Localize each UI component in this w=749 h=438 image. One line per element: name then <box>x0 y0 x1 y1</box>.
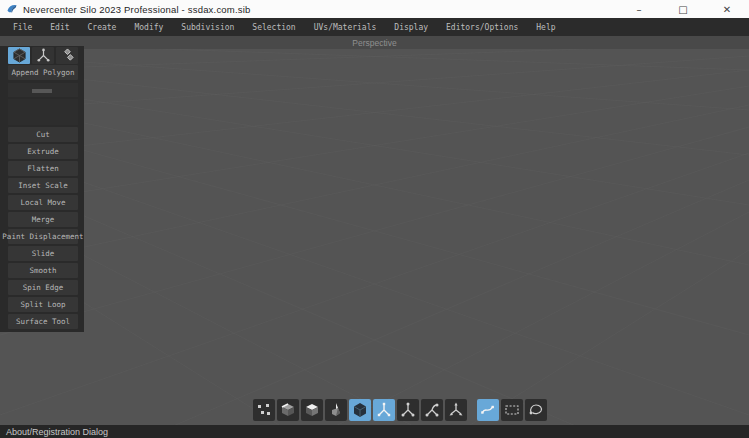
append-polygon-button[interactable]: Append Polygon <box>8 65 78 80</box>
slide-label: Slide <box>32 249 55 258</box>
bottom-toolbar <box>253 399 547 421</box>
vertex-mode-button[interactable] <box>253 399 275 421</box>
flatten-button[interactable]: Flatten <box>8 161 78 176</box>
inset-scale-label: Inset Scale <box>18 181 68 190</box>
local-move-button[interactable]: Local Move <box>8 195 78 210</box>
rotate-tool-icon <box>400 402 416 418</box>
left-tool-panel: Append Polygon Cut Extrude Flatten Inset… <box>0 46 84 332</box>
move-tool-icon <box>376 402 392 418</box>
panel-placeholder-row <box>8 83 78 97</box>
cut-button[interactable]: Cut <box>8 127 78 142</box>
extrude-label: Extrude <box>27 147 59 156</box>
title-bar: Nevercenter Silo 2023 Professional - ssd… <box>0 0 749 18</box>
multi-mode-icon <box>328 402 344 418</box>
menu-bar: File Edit Create Modify Subdivision Sele… <box>0 18 749 36</box>
toolbar-group-gap <box>469 399 475 421</box>
edge-mode-icon <box>280 402 296 418</box>
lasso-select-icon <box>528 402 544 418</box>
smooth-button[interactable]: Smooth <box>8 263 78 278</box>
merge-button[interactable]: Merge <box>8 212 78 227</box>
perspective-grid <box>0 49 749 425</box>
close-button[interactable]: ✕ <box>705 0 749 18</box>
menu-display[interactable]: Display <box>385 20 437 35</box>
polygon-tools-button[interactable] <box>8 47 30 64</box>
object-mode-button[interactable] <box>349 399 371 421</box>
split-loop-button[interactable]: Split Loop <box>8 297 78 312</box>
edge-mode-button[interactable] <box>277 399 299 421</box>
cut-label: Cut <box>36 130 50 139</box>
merge-label: Merge <box>32 215 55 224</box>
face-mode-button[interactable] <box>301 399 323 421</box>
append-polygon-label: Append Polygon <box>11 68 74 77</box>
smooth-label: Smooth <box>29 266 56 275</box>
panel-placeholder-bar <box>32 89 52 93</box>
menu-help[interactable]: Help <box>527 20 564 35</box>
move-tool-button[interactable] <box>373 399 395 421</box>
paint-displacement-label: Paint Displacement <box>2 232 83 241</box>
scale-tool-button[interactable] <box>421 399 443 421</box>
surface-tool-button[interactable]: Surface Tool <box>8 314 78 329</box>
maximize-button[interactable]: □ <box>661 0 705 18</box>
polyhedron-icon <box>12 48 27 63</box>
local-move-label: Local Move <box>20 198 65 207</box>
face-mode-icon <box>304 402 320 418</box>
faces-tools-button[interactable] <box>56 47 78 64</box>
silo-app-window: Nevercenter Silo 2023 Professional - ssd… <box>0 0 749 438</box>
inset-scale-button[interactable]: Inset Scale <box>8 178 78 193</box>
extrude-button[interactable]: Extrude <box>8 144 78 159</box>
multi-mode-button[interactable] <box>325 399 347 421</box>
axes-icon <box>36 48 51 63</box>
flatten-label: Flatten <box>27 164 59 173</box>
universal-manipulator-icon <box>448 402 464 418</box>
split-loop-label: Split Loop <box>20 300 65 309</box>
menu-editors-options[interactable]: Editors/Options <box>437 20 527 35</box>
window-controls: – □ ✕ <box>617 0 749 18</box>
menu-subdivision[interactable]: Subdivision <box>172 20 243 35</box>
viewport-label: Perspective <box>352 38 396 48</box>
axes-tools-button[interactable] <box>32 47 54 64</box>
menu-edit[interactable]: Edit <box>41 20 78 35</box>
area-select-icon <box>504 402 520 418</box>
status-bar: About/Registration Dialog <box>0 425 749 438</box>
spin-edge-button[interactable]: Spin Edge <box>8 280 78 295</box>
lasso-select-button[interactable] <box>525 399 547 421</box>
minimize-button[interactable]: – <box>617 0 661 18</box>
menu-selection[interactable]: Selection <box>243 20 304 35</box>
menu-uvs-materials[interactable]: UVs/Materials <box>305 20 386 35</box>
status-text: About/Registration Dialog <box>6 427 108 437</box>
tool-mode-row <box>8 47 78 64</box>
diamond-faces-icon <box>60 48 75 63</box>
slide-button[interactable]: Slide <box>8 246 78 261</box>
viewport-3d[interactable]: Perspective <box>0 36 749 425</box>
paint-select-button[interactable] <box>477 399 499 421</box>
paint-displacement-button[interactable]: Paint Displacement <box>8 229 78 244</box>
silo-logo-icon <box>6 3 18 15</box>
scale-tool-icon <box>424 402 440 418</box>
vertex-mode-icon <box>256 402 272 418</box>
spin-edge-label: Spin Edge <box>23 283 64 292</box>
menu-create[interactable]: Create <box>79 20 126 35</box>
menu-modify[interactable]: Modify <box>125 20 172 35</box>
window-title: Nevercenter Silo 2023 Professional - ssd… <box>23 4 251 15</box>
rotate-tool-button[interactable] <box>397 399 419 421</box>
menu-file[interactable]: File <box>4 20 41 35</box>
surface-tool-label: Surface Tool <box>16 317 70 326</box>
paint-select-icon <box>480 402 496 418</box>
area-select-button[interactable] <box>501 399 523 421</box>
universal-manipulator-button[interactable] <box>445 399 467 421</box>
viewport-header: Perspective <box>0 36 749 49</box>
panel-placeholder-block <box>8 99 78 125</box>
object-mode-icon <box>352 402 368 418</box>
